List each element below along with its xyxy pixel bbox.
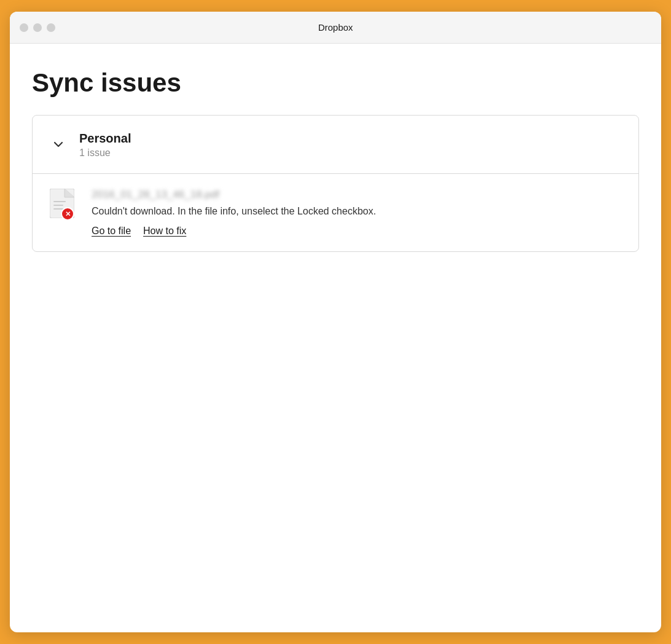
- account-info: Personal 1 issue: [79, 130, 131, 159]
- app-window: Dropbox Sync issues Personal 1 issue: [10, 12, 661, 632]
- page-title: Sync issues: [32, 68, 639, 98]
- account-name: Personal: [79, 130, 131, 146]
- minimize-button[interactable]: [33, 23, 42, 32]
- file-error-message: Couldn't download. In the file info, uns…: [92, 205, 376, 218]
- file-actions: Go to file How to fix: [92, 226, 376, 237]
- issues-panel: Personal 1 issue: [32, 115, 639, 252]
- chevron-down-icon: [50, 136, 67, 153]
- svg-rect-2: [53, 205, 63, 206]
- svg-rect-1: [53, 201, 66, 202]
- error-badge: [61, 207, 74, 221]
- file-row: 2016_01_28_13_46_18.pdf Couldn't downloa…: [33, 174, 638, 251]
- window-title: Dropbox: [318, 22, 353, 33]
- account-row[interactable]: Personal 1 issue: [33, 116, 638, 174]
- go-to-file-button[interactable]: Go to file: [92, 226, 131, 237]
- how-to-fix-button[interactable]: How to fix: [143, 226, 186, 237]
- close-button[interactable]: [20, 23, 28, 32]
- file-icon-wrapper: [50, 189, 79, 221]
- file-details: 2016_01_28_13_46_18.pdf Couldn't downloa…: [92, 189, 376, 237]
- main-content: Sync issues Personal 1 issue: [10, 44, 661, 632]
- maximize-button[interactable]: [47, 23, 55, 32]
- title-bar: Dropbox: [10, 12, 661, 44]
- window-controls: [20, 23, 55, 32]
- file-name: 2016_01_28_13_46_18.pdf: [92, 189, 376, 201]
- account-issue-count: 1 issue: [79, 147, 131, 159]
